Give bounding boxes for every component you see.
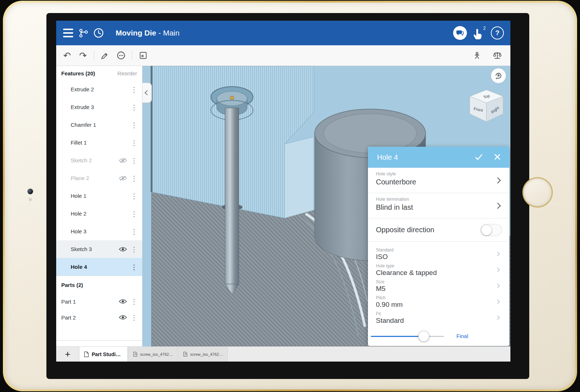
undo-icon[interactable]: ↶: [59, 47, 75, 63]
feature-item-hole-2[interactable]: Hole 2 ⋮: [56, 205, 142, 222]
feature-label: Hole 4: [71, 264, 87, 270]
hole-feature-dialog: Hole 4 Hole style Counterbore Hole termi…: [368, 147, 509, 346]
panel-collapse-button[interactable]: [142, 83, 152, 103]
overflow-menu-icon[interactable]: ⋮: [130, 139, 138, 146]
edit-sketch-icon[interactable]: [97, 47, 113, 63]
feature-item-hole-3[interactable]: Hole 3 ⋮: [56, 222, 142, 240]
feature-item-hole-4[interactable]: Hole 4 ⋮: [56, 258, 142, 276]
eye-icon[interactable]: [118, 298, 128, 305]
overflow-menu-icon[interactable]: ⋮: [130, 157, 138, 164]
redo-icon[interactable]: ↷: [75, 47, 91, 63]
feature-label: Plane 2: [71, 175, 89, 181]
opposite-direction-toggle[interactable]: [480, 224, 502, 236]
overflow-menu-icon[interactable]: ⋮: [130, 298, 138, 305]
hole-style-label: Hole style: [376, 171, 501, 176]
help-icon[interactable]: ?: [491, 26, 504, 39]
mass-properties-icon[interactable]: [489, 47, 505, 63]
feature-label: Sketch 3: [71, 246, 92, 252]
hole-termination-label: Hole termination: [376, 197, 501, 202]
feature-item-extrude-3[interactable]: Extrude 3 ⋮: [56, 98, 142, 116]
hole-style-row[interactable]: Hole style Counterbore: [368, 168, 509, 193]
feature-label: Sketch 2: [71, 157, 92, 163]
part-item-part-2[interactable]: Part 2 ⋮: [56, 309, 142, 325]
tab-screw-2[interactable]: screw_iso_4762-m...: [178, 347, 228, 362]
eye-icon[interactable]: [118, 246, 128, 253]
feature-label: Hole 1: [71, 193, 86, 199]
dialog-header: Hole 4: [368, 147, 509, 168]
menu-icon[interactable]: [61, 25, 76, 41]
feature-label: Fillet 1: [71, 139, 87, 146]
feature-item-chamfer-1[interactable]: Chamfer 1 ⋮: [56, 116, 142, 134]
view-cube[interactable]: Top Front Right: [468, 88, 505, 126]
feature-label: Hole 3: [71, 228, 86, 234]
precision-slider[interactable]: [371, 336, 444, 337]
features-title: Features (20): [61, 70, 95, 76]
toolbar-divider: [94, 50, 94, 61]
toolbar: ↶ ↷: [56, 45, 510, 66]
reorder-button[interactable]: Reorder: [117, 70, 137, 76]
fit-row[interactable]: Fit Standard: [368, 310, 509, 326]
appearance-icon[interactable]: [113, 47, 129, 63]
size-row[interactable]: Size M5: [368, 278, 509, 294]
home-button[interactable]: [522, 177, 553, 208]
hole-termination-value: Blind in last: [376, 203, 501, 212]
add-tab-button[interactable]: +: [56, 347, 79, 362]
feature-item-fillet-1[interactable]: Fillet 1 ⋮: [56, 134, 142, 151]
slider-knob[interactable]: [418, 331, 429, 342]
measure-icon[interactable]: [469, 47, 485, 63]
feature-item-sketch-2[interactable]: Sketch 2 ⋮: [56, 151, 142, 169]
feature-item-sketch-3[interactable]: Sketch 3 ⋮: [56, 240, 142, 258]
standard-row[interactable]: Standard ISO: [368, 246, 509, 262]
eye-slash-icon[interactable]: [118, 175, 128, 182]
hole-type-row[interactable]: Hole type Clearance & tapped: [368, 262, 509, 278]
toggle-knob: [481, 225, 492, 235]
view-mode-icon[interactable]: [135, 47, 151, 63]
document-tab-bar: + Part Studio 1 screw_iso_4762-m...: [56, 346, 510, 362]
parts-section-title: Parts (2): [56, 276, 142, 293]
versions-branch-icon[interactable]: [76, 25, 91, 41]
hole-termination-row[interactable]: Hole termination Blind in last: [368, 193, 509, 218]
close-icon[interactable]: [493, 153, 501, 162]
overflow-menu-icon[interactable]: ⋮: [130, 104, 138, 110]
eye-icon[interactable]: [118, 314, 128, 321]
feature-label: Extrude 2: [71, 86, 94, 92]
tab-screw-1[interactable]: screw_iso_4762-m...: [128, 347, 178, 362]
app-header: Moving Die - Main 2 ?: [56, 21, 510, 45]
feature-label: Extrude 3: [71, 104, 94, 110]
document-title: Moving Die - Main: [116, 29, 179, 37]
pitch-row[interactable]: Pitch 0.90 mm: [368, 294, 509, 310]
tablet-device: Moving Die - Main 2 ? ↶: [0, 0, 580, 392]
confirm-icon[interactable]: [475, 153, 483, 162]
gesture-count-badge: 2: [483, 25, 486, 31]
part-label: Part 2: [61, 314, 76, 321]
feature-label: Hole 2: [71, 210, 86, 217]
rotation-lock-icon[interactable]: [491, 68, 506, 83]
eye-slash-icon[interactable]: [118, 157, 128, 164]
device-camera: [28, 189, 33, 194]
overflow-menu-icon[interactable]: ⋮: [130, 246, 138, 253]
part-item-part-1[interactable]: Part 1 ⋮: [56, 293, 142, 309]
comments-icon[interactable]: [453, 26, 467, 40]
opposite-direction-row: Opposite direction: [368, 218, 509, 242]
dialog-footer: Final: [368, 326, 509, 346]
overflow-menu-icon[interactable]: ⋮: [130, 228, 138, 235]
feature-label: Chamfer 1: [71, 122, 96, 128]
feature-item-plane-2[interactable]: Plane 2 ⋮: [56, 169, 142, 187]
feature-item-extrude-2[interactable]: Extrude 2 ⋮: [56, 80, 142, 98]
overflow-menu-icon[interactable]: ⋮: [130, 263, 138, 270]
overflow-menu-icon[interactable]: ⋮: [130, 121, 138, 128]
overflow-menu-icon[interactable]: ⋮: [130, 210, 138, 217]
slider-fill: [371, 336, 424, 337]
final-button[interactable]: Final: [456, 333, 468, 339]
overflow-menu-icon[interactable]: ⋮: [130, 192, 138, 199]
overflow-menu-icon[interactable]: ⋮: [130, 314, 138, 321]
overflow-menu-icon[interactable]: ⋮: [130, 175, 138, 182]
history-icon[interactable]: [91, 25, 106, 41]
tab-part-studio-1[interactable]: Part Studio 1: [79, 347, 128, 362]
touch-gesture-icon[interactable]: 2: [473, 25, 485, 41]
part-label: Part 1: [61, 299, 76, 305]
chevron-left-icon: [144, 90, 149, 95]
hole-style-value: Counterbore: [376, 178, 501, 186]
overflow-menu-icon[interactable]: ⋮: [130, 86, 138, 93]
feature-item-hole-1[interactable]: Hole 1 ⋮: [56, 187, 142, 205]
